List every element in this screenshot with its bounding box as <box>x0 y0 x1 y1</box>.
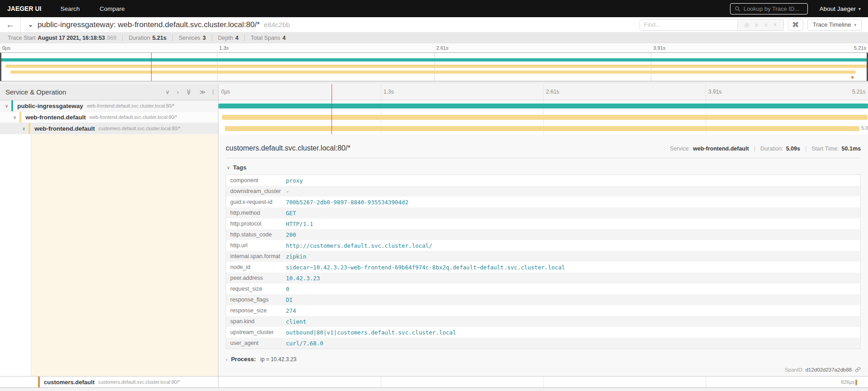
service-name: customers.default <box>44 379 95 386</box>
nav-item-search[interactable]: Search <box>60 5 80 12</box>
match-focus-icon[interactable]: ◎ <box>745 22 749 28</box>
tag-row[interactable]: http.protocolHTTP/1.1 <box>226 218 860 229</box>
start-time-value: 50.1ms <box>842 146 861 152</box>
chevron-down-icon[interactable]: ∨ <box>13 115 16 120</box>
span-id-value: d12d02d237a2db88 <box>806 367 852 372</box>
tag-row[interactable]: http.status_code200 <box>226 229 860 240</box>
tag-key: component <box>226 177 286 184</box>
span-duration-label: 826μs <box>841 379 854 385</box>
tag-row[interactable]: http.methodGET <box>226 207 860 218</box>
span-name-cell[interactable]: ∨ web-frontend.default customers.default… <box>0 123 218 134</box>
about-jaeger-menu[interactable]: About Jaeger ▾ <box>820 5 861 12</box>
tags-accordion-toggle[interactable]: ∨ Tags <box>227 164 861 171</box>
tick-label: 5.21s <box>852 89 865 95</box>
nav-item-compare[interactable]: Compare <box>100 5 125 12</box>
tag-row[interactable]: downstream_cluster- <box>226 186 860 197</box>
back-button[interactable]: ← <box>0 17 21 32</box>
tag-row[interactable]: peer.address10.42.3.23 <box>226 273 860 283</box>
tag-key: span.kind <box>226 318 286 325</box>
span-duration-bar[interactable] <box>225 126 860 131</box>
tick-label: 0μs <box>221 89 230 95</box>
tag-row[interactable]: response_flagsDI <box>226 294 860 305</box>
minimap-left-drag-handle[interactable] <box>0 53 1 81</box>
span-duration-bar[interactable] <box>855 380 857 385</box>
minimap-span-bar <box>851 76 854 79</box>
tag-row[interactable]: http.urlhttp://customers.default.svc.clu… <box>226 240 860 251</box>
trace-minimap[interactable] <box>0 52 868 81</box>
span-duration-bar[interactable] <box>222 115 868 120</box>
tag-row[interactable]: span.kindclient <box>226 316 860 327</box>
trace-title-bar: ← ⌄ public-ingressgateway: web-frontend.… <box>0 17 868 33</box>
trace-title: public-ingressgateway: web-frontend.defa… <box>38 20 260 29</box>
clear-find-icon[interactable]: × <box>773 22 777 28</box>
start-time-label: Start Time: <box>811 146 839 152</box>
tag-row[interactable]: user_agentcurl/7.68.0 <box>226 338 860 349</box>
tag-key: node_id <box>226 264 286 270</box>
divider: | <box>803 146 809 152</box>
expand-all-icon[interactable]: ≫ <box>199 89 206 95</box>
trace-timeline-view: Service & Operation ∨ › ≫ ≫ ∥ 0μs 1.3s 2… <box>0 84 868 388</box>
cursor-guide-line <box>332 100 332 112</box>
span-timeline-cell[interactable]: 5.0 <box>218 123 868 134</box>
chevron-down-icon[interactable]: ∨ <box>5 104 8 108</box>
tag-row[interactable]: request_size0 <box>226 283 860 294</box>
tag-row[interactable]: upstream_clusteroutbound|80|v1|customers… <box>226 327 860 338</box>
find-controls: ◎ ∧ ∨ × <box>737 19 783 30</box>
process-accordion-toggle[interactable]: › Process: ip = 10.42.3.23 <box>226 356 861 363</box>
next-match-icon[interactable]: ∨ <box>764 22 768 28</box>
link-icon[interactable] <box>855 367 861 372</box>
span-detail-panel: customers.default.svc.cluster.local:80/*… <box>218 134 868 376</box>
span-name-cell[interactable]: ∨ public-ingressgateway web-frontend.def… <box>0 100 218 112</box>
find-input[interactable] <box>640 19 737 30</box>
span-name-cell[interactable]: customers.default customers.default.svc.… <box>0 377 218 387</box>
tag-value: sidecar~10.42.3.23~web-frontend-69b64f97… <box>286 264 565 271</box>
tag-key: upstream_cluster <box>226 329 286 335</box>
cursor-guide-line <box>332 84 332 100</box>
tag-row[interactable]: componentproxy <box>226 175 860 186</box>
tag-key: request_size <box>226 286 286 292</box>
tag-key: user_agent <box>226 340 286 346</box>
tag-row[interactable]: response_size274 <box>226 305 860 316</box>
span-timeline-cell[interactable]: 826μs <box>218 377 868 387</box>
gridline <box>381 84 381 100</box>
expand-one-icon[interactable]: › <box>177 89 179 95</box>
stat-duration: Duration 5.21s <box>122 35 172 41</box>
tag-key: response_flags <box>226 297 286 303</box>
prev-match-icon[interactable]: ∧ <box>754 22 759 28</box>
span-name-cell[interactable]: ∨ web-frontend.default web-frontend.defa… <box>0 112 218 123</box>
gridline <box>543 377 544 387</box>
chevron-down-icon[interactable]: ∨ <box>22 126 25 131</box>
tag-key: internal.span.format <box>226 253 286 259</box>
tick-label: 1.3s <box>384 89 394 95</box>
service-color-block <box>38 377 40 387</box>
column-resizer-handle[interactable]: ∥ <box>212 89 215 95</box>
tag-key: peer.address <box>226 275 286 281</box>
tag-row[interactable]: node_idsidecar~10.42.3.23~web-frontend-6… <box>226 262 860 273</box>
minimap-span-bar <box>5 65 868 68</box>
stat-depth: Depth 4 <box>212 35 244 41</box>
collapse-all-icon[interactable]: ≫ <box>186 89 193 95</box>
span-row: ∨ web-frontend.default web-frontend.defa… <box>0 112 868 123</box>
tag-row[interactable]: internal.span.formatzipkin <box>226 251 860 262</box>
collapse-one-icon[interactable]: ∨ <box>165 89 170 95</box>
span-timeline-cell[interactable] <box>218 100 868 112</box>
chevron-right-icon: › <box>226 357 228 362</box>
collapse-trace-chevron-icon[interactable]: ⌄ <box>28 21 33 28</box>
trace-lookup-input[interactable]: Lookup by Trace ID... <box>730 3 808 14</box>
service-value: web-frontend.default <box>693 146 749 152</box>
span-row-selected: ∨ web-frontend.default customers.default… <box>0 123 868 134</box>
span-timeline-cell[interactable] <box>218 112 868 123</box>
tick-label: 1.3s <box>219 45 229 51</box>
tag-row[interactable]: guid:x-request-id700b5267-2db0-9897-8840… <box>226 197 860 207</box>
cursor-guide-line <box>151 53 152 81</box>
service-name: public-ingressgateway <box>17 103 83 109</box>
span-id-row: SpanID: d12d02d237a2db88 <box>785 367 861 372</box>
app-logo[interactable]: JAEGER UI <box>7 5 41 12</box>
trace-view-selector[interactable]: Trace Timeline ▾ <box>807 19 862 31</box>
keyboard-shortcuts-button[interactable]: ⌘ <box>788 19 803 31</box>
span-row: ∨ public-ingressgateway web-frontend.def… <box>0 100 868 112</box>
tag-key: http.protocol <box>226 221 286 227</box>
span-operation-title: customers.default.svc.cluster.local:80/* <box>226 144 351 152</box>
tag-value: 700b5267-2db0-9897-8840-9355343904d2 <box>286 199 408 206</box>
span-duration-bar[interactable] <box>218 104 868 108</box>
